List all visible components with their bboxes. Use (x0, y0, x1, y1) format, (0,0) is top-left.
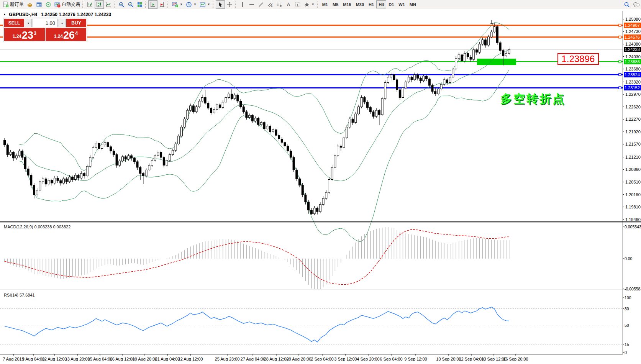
data-window-icon (36, 2, 42, 8)
text-label-button[interactable]: T (293, 0, 302, 9)
autotrading-icon (54, 2, 61, 8)
timeframe-button-m1[interactable]: M1 (320, 0, 330, 8)
one-click-trade-panel: SELL ▼ 1.00 ▲ BUY 1.24 23 3 1.24 26 4 (3, 18, 87, 42)
new-order-icon (3, 2, 9, 8)
market-watch-button[interactable] (25, 0, 34, 9)
tile-windows-icon (137, 2, 143, 8)
price-callout[interactable]: 1.23896 (557, 53, 599, 65)
periods-button[interactable]: ▼ (184, 0, 198, 9)
horizontal-line-button[interactable] (247, 0, 256, 9)
macd-label: MACD(12,26,9) 0.003238 0.003822 (4, 225, 70, 229)
line-chart-button[interactable] (104, 0, 113, 9)
buy-price-big-figure: 1.24 (54, 34, 63, 39)
chart-shift-button[interactable] (157, 0, 167, 9)
rsi-label: RSI(14) 57.6841 (4, 293, 35, 297)
volume-down-button[interactable]: ▼ (25, 19, 32, 27)
svg-text:A: A (287, 2, 290, 7)
toolbar-grip (82, 2, 85, 8)
dropdown-caret-icon: ▼ (311, 3, 315, 6)
timeframe-button-mn[interactable]: MN (407, 0, 418, 8)
zoom-out-button[interactable] (126, 0, 135, 9)
cursor-button[interactable] (216, 0, 225, 9)
tile-windows-button[interactable] (135, 0, 144, 9)
chart-title: ▲ GBPUSD-,H4 1.24250 1.24276 1.24207 1.2… (3, 12, 111, 17)
zoom-in-button[interactable] (117, 0, 126, 9)
trendline-button[interactable] (256, 0, 266, 9)
shapes-button[interactable]: ▼ (302, 0, 316, 9)
hline-1.24576 (0, 36, 623, 38)
volume-up-button[interactable]: ▲ (59, 19, 66, 27)
svg-text:E: E (271, 5, 273, 7)
sell-price-display[interactable]: 1.24 23 3 (4, 28, 45, 41)
toolbar-grip (145, 2, 148, 8)
timeframe-button-m15[interactable]: M15 (341, 0, 353, 8)
buy-price-point: 4 (75, 30, 78, 36)
candlestick-chart-button[interactable] (95, 0, 104, 9)
hline-1.23886 (0, 61, 623, 63)
support-rectangle (477, 59, 516, 65)
toolbar-grip (317, 2, 319, 8)
svg-text:T: T (297, 3, 299, 7)
volume-input[interactable]: 1.00 (33, 19, 58, 27)
market-watch-icon (27, 2, 33, 8)
navigator-button[interactable] (44, 0, 53, 9)
annotation-text[interactable]: 多空转折点 (500, 91, 566, 107)
templates-icon (200, 2, 206, 8)
search-icon[interactable] (624, 2, 630, 8)
macd-histogram (5, 227, 509, 289)
cursor-icon (217, 2, 223, 8)
sell-button[interactable]: SELL (4, 19, 24, 27)
dropdown-caret-icon: ▼ (193, 3, 197, 6)
timeframe-bar: M1M5M15M30H1H4D1W1MN (320, 0, 418, 8)
text-button[interactable]: A (284, 0, 293, 9)
trendline-icon (258, 2, 264, 8)
timeframe-button-d1[interactable]: D1 (386, 0, 396, 8)
dropdown-caret-icon: ▼ (207, 3, 210, 6)
chart-canvas[interactable] (0, 0, 641, 364)
chart-symbol-timeframe: GBPUSD-,H4 (9, 12, 37, 17)
buy-price-display[interactable]: 1.24 26 4 (46, 28, 86, 41)
indicators-button[interactable]: ▼ (170, 0, 184, 9)
bar-chart-icon (87, 2, 93, 8)
chat-icon[interactable] (633, 2, 639, 8)
timeframe-button-h1[interactable]: H1 (366, 0, 376, 8)
timeframe-button-m30[interactable]: M30 (354, 0, 366, 8)
collapse-triangle-icon: ▲ (3, 13, 6, 16)
buy-price-pips: 26 (63, 30, 75, 40)
vertical-line-icon (239, 2, 246, 8)
zoom-out-icon (128, 2, 134, 8)
data-window-button[interactable] (34, 0, 44, 9)
autotrading-button[interactable]: 自动交易 (53, 0, 82, 9)
channel-button[interactable]: E (266, 0, 275, 9)
text-icon: A (285, 2, 292, 8)
templates-button[interactable]: ▼ (198, 0, 212, 9)
timeframe-button-h4[interactable]: H4 (376, 0, 386, 8)
bollinger-middle-band (20, 49, 509, 181)
text-label-icon: T (295, 2, 301, 8)
hline-1.24907 (0, 24, 623, 26)
auto-scroll-button[interactable] (148, 0, 157, 9)
vertical-line-button[interactable] (238, 0, 247, 9)
indicators-icon (172, 2, 178, 8)
new-order-label: 新订单 (10, 1, 24, 8)
toolbar-grip (114, 2, 116, 8)
buy-button[interactable]: BUY (66, 19, 86, 27)
sell-price-point: 3 (34, 30, 36, 36)
crosshair-button[interactable] (225, 0, 234, 9)
horizontal-line-icon (249, 2, 255, 8)
chart-ohlc-quote: 1.24250 1.24276 1.24207 1.24233 (41, 12, 111, 17)
candlestick-chart-icon (96, 2, 102, 8)
autotrading-label: 自动交易 (62, 1, 80, 8)
navigator-icon (45, 2, 51, 8)
toolbar-grip (235, 2, 237, 8)
timeframe-button-w1[interactable]: W1 (396, 0, 407, 8)
toolbar: 新订单 自动交易 (0, 0, 641, 9)
timeframe-button-m5[interactable]: M5 (330, 0, 341, 8)
shapes-icon (304, 2, 310, 8)
zoom-in-icon (118, 2, 125, 8)
bar-chart-button[interactable] (85, 0, 95, 9)
fibonacci-button[interactable]: F (275, 0, 284, 9)
dropdown-caret-icon: ▼ (180, 3, 183, 6)
new-order-button[interactable]: 新订单 (1, 0, 25, 9)
auto-scroll-icon (150, 2, 156, 8)
